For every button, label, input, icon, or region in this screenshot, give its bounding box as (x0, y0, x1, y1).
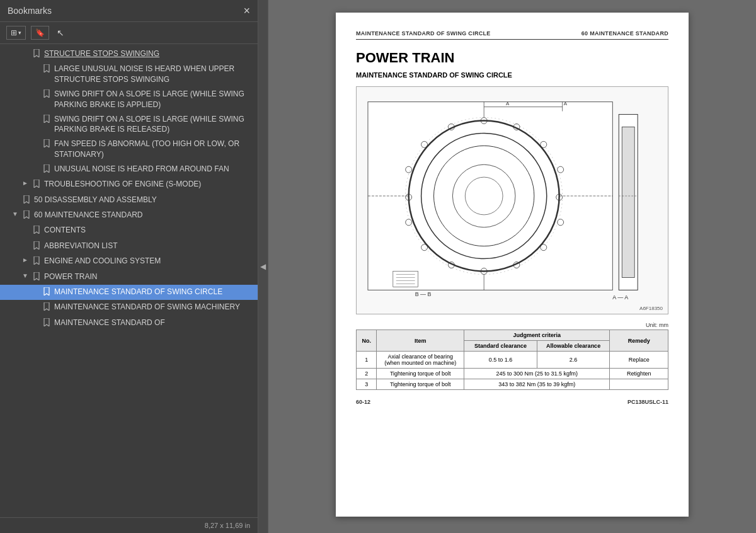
table-subheader-allowable: Allowable clearance (537, 341, 610, 352)
bookmark-label: SWING DRIFT ON A SLOPE IS LARGE (WHILE S… (54, 89, 253, 110)
svg-rect-23 (622, 127, 634, 277)
svg-rect-35 (393, 272, 418, 287)
bookmark-flag-icon (32, 272, 42, 283)
bookmark-label: STRUCTURE STOPS SWINGING (44, 49, 253, 59)
row2-no: 2 (357, 369, 377, 379)
bookmark-flag-icon (42, 139, 52, 150)
cursor-indicator: ↖ (57, 28, 64, 38)
expand-icon: ► (20, 179, 30, 188)
bookmark-item-bm-swing-drift-released[interactable]: SWING DRIFT ON A SLOPE IS LARGE (WHILE S… (0, 112, 258, 137)
bookmark-item-bm-structure-stops[interactable]: STRUCTURE STOPS SWINGING (0, 47, 258, 62)
bookmark-item-bm-power-train[interactable]: ▼POWER TRAIN (0, 270, 258, 285)
bookmark-label: MAINTENANCE STANDARD OF SWING CIRCLE (54, 287, 253, 297)
sidebar-footer: 8,27 x 11,69 in (0, 517, 258, 533)
table-header-item: Item (377, 330, 464, 352)
bookmark-flag-icon (32, 241, 42, 252)
header-left: MAINTENANCE STANDARD OF SWING CIRCLE (356, 30, 491, 37)
bookmark-item-bm-contents[interactable]: CONTENTS (0, 223, 258, 238)
sidebar-collapse-handle[interactable]: ◀ (258, 0, 268, 533)
bookmark-item-bm-fan-speed[interactable]: FAN SPEED IS ABNORMAL (TOO HIGH OR LOW, … (0, 137, 258, 162)
bookmark-item-bm-swing-drift-applied[interactable]: SWING DRIFT ON A SLOPE IS LARGE (WHILE S… (0, 87, 258, 112)
bookmark-item-bm-unusual-noise[interactable]: UNUSUAL NOISE IS HEARD FROM AROUND FAN (0, 162, 258, 177)
main-title: POWER TRAIN (356, 50, 668, 66)
table-header-no: No. (357, 330, 377, 352)
bookmark-label: 50 DISASSEMBLY AND ASSEMBLY (34, 195, 253, 205)
bookmark-item-bm-50-disassembly[interactable]: 50 DISASSEMBLY AND ASSEMBLY (0, 193, 258, 208)
bookmark-item-bm-maint-swing-mach[interactable]: MAINTENANCE STANDARD OF SWING MACHINERY (0, 300, 258, 315)
row3-remedy (610, 379, 668, 390)
expand-icon: ► (20, 256, 30, 265)
bookmark-label: POWER TRAIN (44, 272, 253, 282)
table-header-judgment: Judgment criteria (464, 330, 610, 341)
sidebar-toolbar: ⊞ ▾ 🔖 ↖ (0, 22, 258, 44)
table-row: 1 Axial clearance of bearing (when mount… (357, 352, 668, 369)
bookmark-flag-icon (42, 64, 52, 75)
row3-item: Tightening torque of bolt (377, 379, 464, 390)
bookmark-add-button[interactable]: 🔖 (31, 26, 49, 40)
bookmark-label: ENGINE AND COOLING SYSTEM (44, 256, 253, 266)
footer-page-number: 60-12 (356, 399, 370, 405)
bookmark-label: UNUSUAL NOISE IS HEARD FROM AROUND FAN (54, 164, 253, 175)
footer-model-number: PC138USLC-11 (627, 399, 668, 405)
bookmark-label: 60 MAINTENANCE STANDARD (34, 210, 253, 221)
document-panel: MAINTENANCE STANDARD OF SWING CIRCLE 60 … (268, 0, 756, 533)
expand-icon: ▼ (20, 272, 30, 280)
row3-no: 3 (357, 379, 377, 390)
table-header-remedy: Remedy (610, 330, 668, 352)
bookmark-item-bm-abbreviation[interactable]: ABBREVIATION LIST (0, 239, 258, 254)
bookmark-flag-icon (42, 89, 52, 100)
sidebar-header: Bookmarks × (0, 0, 258, 22)
bookmark-item-bm-troubleshooting-engine[interactable]: ►TROUBLESHOOTING OF ENGINE (S-MODE) (0, 177, 258, 192)
expand-all-button[interactable]: ⊞ ▾ (6, 26, 26, 40)
table-row: 3 Tightening torque of bolt 343 to 382 N… (357, 379, 668, 390)
bookmark-label: ABBREVIATION LIST (44, 241, 253, 251)
bookmark-item-bm-maint-swing[interactable]: MAINTENANCE STANDARD OF SWING CIRCLE (0, 285, 258, 300)
bookmark-flag-icon (42, 287, 52, 298)
sidebar-title: Bookmarks (8, 6, 52, 16)
sidebar-panel: Bookmarks × ⊞ ▾ 🔖 ↖ STRUCTURE STOPS SWIN… (0, 0, 258, 533)
bookmark-icon: 🔖 (35, 28, 45, 37)
collapse-icon: ◀ (260, 262, 266, 271)
drawing-svg: A A B — B A — A (362, 92, 663, 306)
bookmark-label: LARGE UNUSUAL NOISE IS HEARD WHEN UPPER … (54, 64, 253, 85)
bookmark-label: MAINTENANCE STANDARD OF SWING MACHINERY (54, 302, 253, 312)
technical-drawing: A A B — B A — A A6F18350 (356, 86, 668, 314)
row2-remedy: Retighten (610, 369, 668, 379)
row3-std-combined: 343 to 382 Nm (35 to 39 kgfm) (464, 379, 610, 390)
standards-table: No. Item Judgment criteria Remedy Standa… (356, 330, 668, 390)
bookmark-flag-icon (42, 302, 52, 313)
row1-allow: 2.6 (537, 352, 610, 369)
sub-title: MAINTENANCE STANDARD OF SWING CIRCLE (356, 71, 668, 79)
bookmark-label: FAN SPEED IS ABNORMAL (TOO HIGH OR LOW, … (54, 139, 253, 160)
bookmark-label: TROUBLESHOOTING OF ENGINE (S-MODE) (44, 179, 253, 190)
bookmark-flag-icon (42, 164, 52, 175)
bookmark-label: CONTENTS (44, 225, 253, 236)
bookmark-flag-icon (21, 195, 32, 206)
bookmark-flag-icon (32, 256, 42, 267)
page-header: MAINTENANCE STANDARD OF SWING CIRCLE 60 … (356, 30, 668, 40)
expand-all-icon: ⊞ (11, 28, 17, 37)
header-right: 60 MAINTENANCE STANDARD (581, 30, 668, 37)
bookmark-item-bm-engine-cooling[interactable]: ►ENGINE AND COOLING SYSTEM (0, 254, 258, 269)
bookmark-label: MAINTENANCE STANDARD OF (54, 318, 253, 328)
bookmark-flag-icon (42, 115, 52, 125)
sidebar-close-button[interactable]: × (243, 5, 250, 16)
page-footer: 60-12 PC138USLC-11 (356, 399, 668, 405)
row2-item: Tightening torque of bolt (377, 369, 464, 379)
bookmark-flag-icon (21, 210, 32, 221)
row2-std-combined: 245 to 300 Nm (25 to 31.5 kgfm) (464, 369, 610, 379)
bookmark-item-bm-large-unusual[interactable]: LARGE UNUSUAL NOISE IS HEARD WHEN UPPER … (0, 62, 258, 87)
bookmark-flag-icon (32, 49, 42, 60)
table-subheader-standard: Standard clearance (464, 341, 537, 352)
table-row: 2 Tightening torque of bolt 245 to 300 N… (357, 369, 668, 379)
bookmark-item-bm-60-maintenance[interactable]: ▼60 MAINTENANCE STANDARD (0, 208, 258, 223)
bookmark-item-bm-maint-standard-of[interactable]: MAINTENANCE STANDARD OF (0, 316, 258, 331)
svg-text:A — A: A — A (612, 294, 628, 301)
bookmark-flag-icon (32, 180, 42, 190)
expand-icon: ▼ (10, 210, 20, 219)
bookmark-flag-icon (42, 318, 52, 329)
page-size-label: 8,27 x 11,69 in (205, 522, 250, 529)
bookmark-flag-icon (32, 226, 42, 236)
document-page: MAINTENANCE STANDARD OF SWING CIRCLE 60 … (336, 13, 689, 517)
row1-item: Axial clearance of bearing (when mounted… (377, 352, 464, 369)
